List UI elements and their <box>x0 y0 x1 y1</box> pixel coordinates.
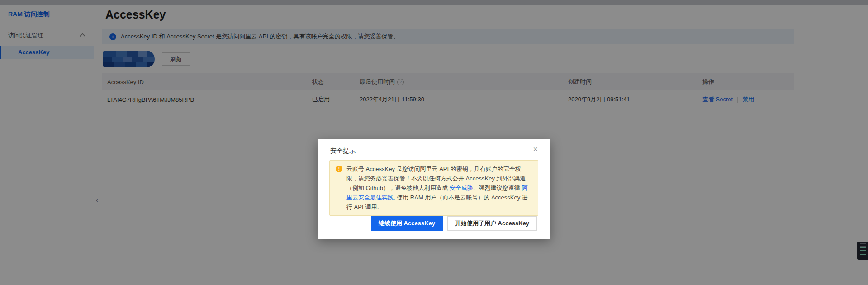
modal-title: 安全提示 <box>330 147 356 155</box>
modal-footer: 继续使用 AccessKey 开始使用子用户 AccessKey <box>371 216 537 231</box>
warning-text-2: 。强烈建议您遵循 <box>473 185 522 191</box>
security-threat-link[interactable]: 安全威胁 <box>450 185 473 191</box>
security-prompt-modal: 安全提示 × ! 云账号 AccessKey 是您访问阿里云 API 的密钥，具… <box>318 139 550 239</box>
warning-icon: ! <box>336 166 342 172</box>
close-icon[interactable]: × <box>532 144 539 154</box>
ram-console-screen: RAM 访问控制 访问凭证管理 AccessKey AccessKey i Ac… <box>0 0 868 285</box>
warning-box: ! 云账号 AccessKey 是您访问阿里云 API 的密钥，具有账户的完全权… <box>329 160 538 216</box>
use-subuser-accesskey-button[interactable]: 开始使用子用户 AccessKey <box>447 216 537 231</box>
continue-accesskey-button[interactable]: 继续使用 AccessKey <box>371 216 443 231</box>
